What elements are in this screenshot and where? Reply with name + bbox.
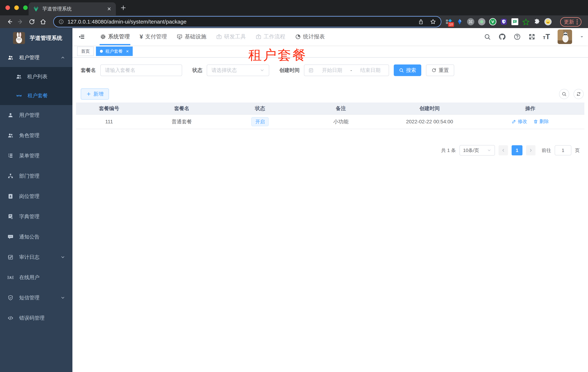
sidebar-item-user-management[interactable]: 用户管理 (0, 105, 73, 125)
fullscreen-icon[interactable] (528, 33, 535, 40)
nav-item-reports[interactable]: 统计报表 (290, 28, 330, 45)
sidebar-item-department-management[interactable]: 部门管理 (0, 166, 73, 186)
sidebar-item-error-code[interactable]: 错误码管理 (0, 308, 73, 328)
nav-item-label: 工作流程 (263, 33, 285, 40)
reset-button[interactable]: 重置 (426, 64, 454, 76)
font-size-icon[interactable]: тT (543, 32, 550, 41)
chevron-down-icon (61, 255, 65, 260)
package-name-input[interactable]: 请输入套餐名 (100, 64, 182, 76)
app-logo-rabbit (13, 32, 25, 44)
sidebar-item-tenant-management[interactable]: 租户管理 (0, 48, 73, 67)
window-close-button[interactable] (5, 5, 10, 10)
search-icon[interactable] (484, 33, 491, 40)
extension-gray-dot-icon[interactable] (478, 18, 485, 25)
sidebar-item-notice[interactable]: 通知公告 (0, 227, 73, 247)
sidebar-item-audit-log[interactable]: 审计日志 (0, 247, 73, 267)
browser-tab[interactable]: 芋道管理系统 (29, 2, 116, 15)
url-bar[interactable]: 127.0.0.1:48080/admin-ui/system/tenant/p… (53, 16, 441, 27)
reload-icon[interactable] (29, 19, 35, 25)
status-select[interactable]: 请选择状态 (207, 64, 269, 76)
date-end-placeholder[interactable]: 结束日期 (356, 67, 385, 74)
tag-tenant-package[interactable]: 租户套餐 × (96, 47, 133, 56)
sidebar-item-label: 用户管理 (19, 112, 40, 119)
extension-shield-icon[interactable] (500, 18, 507, 25)
table-row: 111 普通套餐 开启 小功能 2022-02-22 00:54:00 修改 (76, 115, 584, 129)
search-button[interactable]: 搜索 (394, 64, 421, 76)
extension-command-icon[interactable] (467, 18, 474, 25)
back-icon[interactable] (6, 19, 13, 25)
window-minimize-button[interactable] (14, 5, 19, 10)
refresh-icon (576, 91, 581, 96)
sidebar-item-tenant-list[interactable]: 租户列表 (0, 67, 73, 86)
browser-update-button[interactable]: 更新 (560, 17, 581, 27)
extension-puzzle-icon[interactable] (533, 18, 541, 25)
sms-shield-icon (8, 295, 13, 301)
extension-emoji-icon[interactable] (544, 18, 552, 25)
avatar[interactable] (557, 30, 572, 44)
extension-kite-icon[interactable] (456, 18, 463, 25)
help-icon[interactable] (514, 33, 521, 40)
date-separator: - (350, 67, 352, 73)
goto-page-input[interactable] (555, 145, 571, 155)
app-logo-row[interactable]: 芋道管理系统 (0, 28, 73, 48)
browser-menu-icon[interactable] (577, 19, 578, 24)
nav-item-dev-tools[interactable]: 研发工具 (211, 28, 251, 45)
tag-label: 租户套餐 (105, 48, 123, 54)
extension-v-green-icon[interactable] (489, 18, 496, 25)
goto-label: 前往 (542, 147, 551, 154)
home-icon[interactable] (40, 19, 46, 25)
tag-close-icon[interactable]: × (126, 49, 129, 54)
sidebar-item-online-users[interactable]: 在线用户 (0, 267, 73, 287)
bookmark-star-icon[interactable] (430, 19, 436, 25)
tag-active-dot (100, 50, 103, 53)
nav-item-infrastructure[interactable]: 基础设施 (172, 28, 211, 45)
window-controls[interactable] (5, 5, 28, 10)
nav-item-payment[interactable]: ¥ 支付管理 (135, 28, 172, 45)
extension-chat-icon[interactable] (511, 18, 518, 25)
page-size-select[interactable]: 10条/页 (460, 145, 495, 156)
sidebar-item-dictionary-management[interactable]: 字典管理 (0, 206, 73, 227)
sidebar-collapse-icon[interactable] (78, 33, 85, 40)
site-info-icon[interactable] (58, 19, 64, 24)
sidebar-item-menu-management[interactable]: 菜单管理 (0, 146, 73, 166)
refresh-table-button[interactable] (574, 89, 584, 99)
nav-item-system[interactable]: 系统管理 (95, 28, 135, 45)
prev-page-button[interactable] (499, 145, 508, 155)
share-icon[interactable] (418, 19, 424, 25)
main-panel: 租户套餐 系统管理 ¥ 支付管理 基础设施 研发工具 (73, 28, 588, 372)
extension-tampermonkey-icon[interactable]: 10 (445, 18, 452, 25)
show-search-button[interactable] (559, 89, 569, 99)
tag-home[interactable]: 首页 (77, 47, 94, 56)
sidebar-item-sms-management[interactable]: 短信管理 (0, 287, 73, 308)
date-start-placeholder[interactable]: 开始日期 (318, 67, 346, 74)
cell-package-name: 普通套餐 (142, 115, 221, 129)
window-zoom-button[interactable] (23, 5, 28, 10)
filter-status-label: 状态 (192, 67, 202, 74)
org-chart-icon (8, 173, 13, 179)
delete-link[interactable]: 删除 (533, 118, 549, 125)
add-button[interactable]: 新增 (81, 88, 109, 100)
extension-star-outline-icon[interactable] (522, 18, 530, 25)
forward-icon[interactable] (17, 19, 24, 25)
input-placeholder: 请输入套餐名 (105, 67, 136, 74)
page-number-1[interactable]: 1 (512, 145, 523, 155)
reset-button-label: 重置 (439, 67, 449, 74)
tenant-package-icon (16, 93, 22, 99)
next-page-button[interactable] (526, 145, 536, 155)
url-text[interactable]: 127.0.0.1:48080/admin-ui/system/tenant/p… (68, 19, 414, 25)
update-label: 更新 (564, 19, 574, 25)
edit-link[interactable]: 修改 (512, 118, 527, 125)
nav-item-workflow[interactable]: 工作流程 (251, 28, 290, 45)
sidebar-item-label: 租户管理 (19, 54, 40, 61)
sidebar-item-label: 在线用户 (19, 274, 40, 281)
sidebar-item-tenant-package[interactable]: 租户套餐 (0, 86, 73, 105)
browser-tab-strip: 芋道管理系统 (0, 0, 588, 15)
date-range-picker[interactable]: 开始日期 - 结束日期 (304, 64, 389, 76)
tab-close-icon[interactable] (107, 7, 112, 11)
tenant-list-icon (16, 74, 22, 80)
github-icon[interactable] (498, 33, 506, 41)
new-tab-button[interactable] (120, 4, 127, 11)
sidebar-item-post-management[interactable]: 岗位管理 (0, 186, 73, 206)
sidebar-item-role-management[interactable]: 角色管理 (0, 125, 73, 146)
avatar-caret-icon[interactable] (580, 35, 584, 39)
